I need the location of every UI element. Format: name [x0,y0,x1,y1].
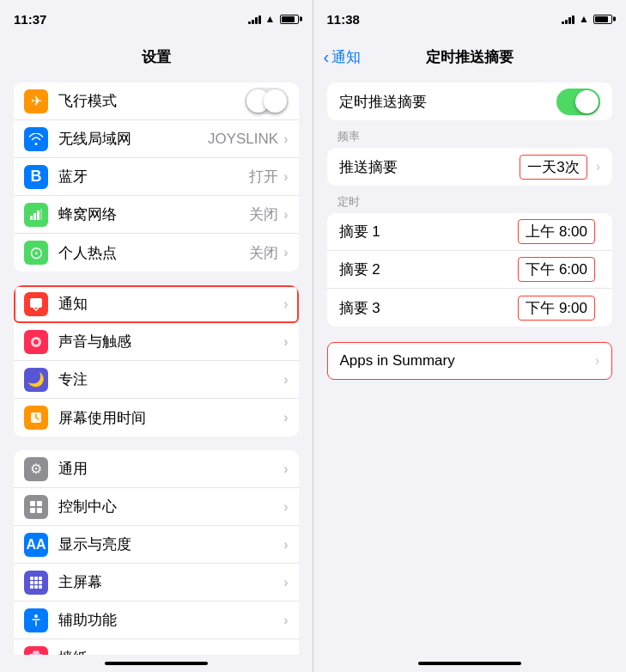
homescreen-label: 主屏幕 [58,572,283,592]
summary3-label: 摘要 3 [339,298,519,318]
schedule-group: 摘要 1 上午 8:00 摘要 2 下午 6:00 摘要 3 下午 9:00 [327,213,613,327]
svg-rect-15 [30,581,33,584]
back-label: 通知 [331,47,361,67]
summary1-label: 摘要 1 [339,222,519,241]
accessibility-chevron: › [283,613,288,628]
right-status-icons: ▲ [562,13,612,25]
summary3-item[interactable]: 摘要 3 下午 9:00 [327,289,613,327]
wifi-item[interactable]: 无线局域网 JOYSLINK › [14,120,299,158]
signal-icon [248,14,261,24]
left-nav-header: 设置 [0,38,313,76]
wifi-chevron: › [283,131,288,147]
apps-in-summary-chevron: › [595,353,599,369]
battery-icon [280,15,299,24]
cellular-label: 蜂窝网络 [58,205,249,224]
airplane-item[interactable]: ✈ 飞行模式 [14,82,299,120]
homescreen-item[interactable]: 主屏幕 › [14,564,299,602]
svg-rect-4 [30,298,42,308]
svg-rect-11 [37,508,42,513]
toggle-label: 定时推送摘要 [339,92,557,112]
svg-rect-16 [34,581,38,584]
accessibility-icon [24,608,48,632]
summary2-value: 下午 6:00 [518,257,595,282]
bluetooth-item[interactable]: B 蓝牙 打开 › [14,158,299,196]
control-item[interactable]: 控制中心 › [14,488,299,526]
sound-chevron: › [283,334,288,350]
screentime-item[interactable]: 屏幕使用时间 › [14,399,299,437]
svg-rect-10 [30,508,35,513]
wifi-icon: ▲ [265,13,276,25]
hotspot-icon: ⊙ [24,241,48,265]
svg-point-6 [33,339,39,345]
left-time: 11:37 [14,12,46,27]
frequency-section-label: 频率 [313,124,627,148]
control-label: 控制中心 [58,497,283,516]
airplane-label: 飞行模式 [58,91,245,111]
summary2-item[interactable]: 摘要 2 下午 6:00 [327,251,613,289]
notifications-group: 通知 › 声音与触感 › 🌙 专注 › [14,285,299,437]
airplane-toggle[interactable] [245,88,289,114]
screentime-icon [24,406,48,430]
svg-rect-18 [30,585,33,589]
accessibility-item[interactable]: 辅助功能 › [14,602,299,639]
wallpaper-chevron: › [283,651,288,656]
cellular-icon [24,203,48,227]
svg-rect-19 [34,585,38,589]
general-item[interactable]: ⚙ 通用 › [14,450,299,488]
wallpaper-icon: 🌸 [24,646,48,656]
sound-item[interactable]: 声音与触感 › [14,323,299,361]
wifi-settings-icon [24,127,48,151]
accessibility-label: 辅助功能 [58,610,283,630]
right-time: 11:38 [327,12,360,27]
summary2-label: 摘要 2 [339,260,519,279]
bluetooth-chevron: › [283,169,288,185]
detail-content: 定时推送摘要 频率 推送摘要 一天3次 › 定时 摘要 1 上午 8:00 摘要… [313,76,627,655]
control-chevron: › [283,499,288,515]
svg-rect-1 [33,213,36,220]
svg-rect-9 [37,501,42,506]
focus-chevron: › [283,372,288,388]
digest-toggle[interactable] [556,89,600,115]
summary1-item[interactable]: 摘要 1 上午 8:00 [327,213,613,251]
display-icon: AA [24,533,48,557]
wallpaper-label: 墙纸 [58,648,283,655]
focus-item[interactable]: 🌙 专注 › [14,361,299,399]
svg-rect-8 [30,501,35,506]
back-button[interactable]: ‹ 通知 [324,47,362,67]
general-group: ⚙ 通用 › 控制中心 › AA 显示与亮度 › [14,450,299,655]
scheduled-digest-toggle-item[interactable]: 定时推送摘要 [327,82,613,120]
right-wifi-icon: ▲ [579,13,589,25]
display-item[interactable]: AA 显示与亮度 › [14,526,299,564]
display-chevron: › [283,537,288,553]
right-nav-header: ‹ 通知 定时推送摘要 [313,38,627,76]
wallpaper-item[interactable]: 🌸 墙纸 › [14,639,299,655]
hotspot-item[interactable]: ⊙ 个人热点 关闭 › [14,234,299,272]
control-icon [24,495,48,519]
left-panel: 11:37 ▲ 设置 ✈ 飞行模式 [0,0,313,672]
svg-rect-0 [30,216,33,220]
left-status-bar: 11:37 ▲ [0,0,313,38]
network-group: ✈ 飞行模式 无线局域网 JOYSLINK › [14,82,299,272]
cellular-chevron: › [283,207,288,223]
svg-rect-3 [40,209,42,220]
sound-label: 声音与触感 [58,332,283,351]
focus-icon: 🌙 [24,368,48,392]
general-icon: ⚙ [24,457,48,481]
notification-item[interactable]: 通知 › [14,285,299,323]
cellular-item[interactable]: 蜂窝网络 关闭 › [14,196,299,234]
summary3-value: 下午 9:00 [518,296,595,321]
hotspot-chevron: › [283,245,288,260]
svg-rect-12 [30,577,33,580]
right-home-indicator [313,655,627,672]
left-status-icons: ▲ [248,13,299,25]
general-label: 通用 [58,459,283,479]
homescreen-icon [24,571,48,595]
bluetooth-icon: B [24,165,48,189]
notification-chevron: › [283,296,288,312]
toggle-group: 定时推送摘要 [327,82,613,120]
settings-list[interactable]: ✈ 飞行模式 无线局域网 JOYSLINK › [0,76,313,655]
svg-rect-2 [37,211,40,220]
hotspot-value: 关闭 [249,243,278,263]
apps-in-summary-item[interactable]: Apps in Summary › [327,342,613,380]
push-summary-item[interactable]: 推送摘要 一天3次 › [327,148,613,186]
